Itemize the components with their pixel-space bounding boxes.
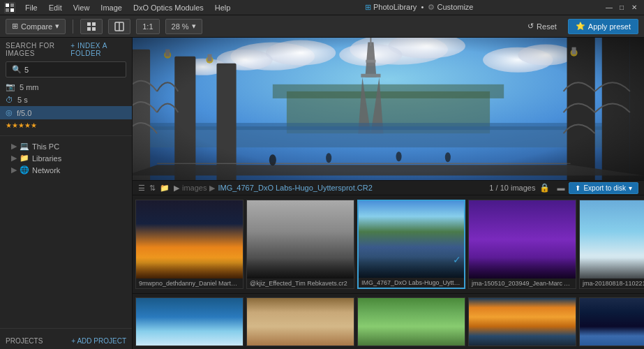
thumb-img-2 bbox=[247, 200, 354, 279]
zoom-dropdown-icon: ▾ bbox=[192, 22, 196, 31]
close-button[interactable]: ✕ bbox=[629, 2, 640, 13]
search-header: SEARCH FOR IMAGES + Index a folder bbox=[0, 38, 132, 61]
thumb-img-1 bbox=[136, 200, 243, 279]
preset-icon: ⭐ bbox=[576, 22, 585, 31]
menu-image[interactable]: Image bbox=[96, 2, 126, 13]
menu-bar: File Edit View Image DxO Optics Modules … bbox=[21, 2, 234, 13]
stars-icon: ★★★★★ bbox=[6, 121, 37, 129]
thumbnail-1[interactable]: 9mwpno_dethdanny_Daniel Marto.nef bbox=[135, 200, 244, 289]
library-icon: 📁 bbox=[20, 154, 29, 163]
minimize-button[interactable]: — bbox=[604, 2, 615, 13]
search-icon: 🔍 bbox=[12, 65, 22, 74]
menu-file[interactable]: File bbox=[21, 2, 42, 13]
svg-rect-5 bbox=[87, 22, 91, 26]
thumb-label-5: jma-20180818-110221_(JMA_7768).NEF bbox=[580, 279, 644, 288]
preview-image bbox=[133, 38, 644, 180]
thumbnail-2[interactable]: @kjiz_Effected_Tim Rebkavets.cr2 bbox=[246, 200, 354, 289]
center-content: ☰ ⇅ 📁 ▶ images ▶ IMG_4767_DxO Labs-Hugo_… bbox=[133, 38, 644, 349]
network-icon: 🌐 bbox=[20, 165, 29, 174]
zoom-percent-button[interactable]: 28 % ▾ bbox=[165, 19, 202, 34]
export-icon: ⬆ bbox=[575, 184, 581, 192]
filmstrip-bar: ☰ ⇅ 📁 ▶ images ▶ IMG_4767_DxO Labs-Hugo_… bbox=[133, 180, 644, 195]
filmstrip-count: 1 / 10 images bbox=[489, 184, 535, 192]
svg-rect-1 bbox=[6, 3, 9, 7]
aperture-icon: ◎ bbox=[6, 108, 13, 117]
filmstrip-folder-icon[interactable]: 📁 bbox=[160, 184, 170, 193]
filmstrip-filter-icon[interactable]: ☰ bbox=[138, 184, 145, 193]
breadcrumb-sep: images bbox=[182, 184, 207, 192]
lock-icon: 🔒 bbox=[539, 183, 550, 193]
thumbnail-4[interactable]: jma-150510_203949_Jean-Marc Alexia.NEF bbox=[468, 200, 576, 289]
preview-area bbox=[133, 38, 644, 180]
filmstrip-row1: 9mwpno_dethdanny_Daniel Marto.nef @kjiz_… bbox=[133, 195, 644, 293]
filter-stars[interactable]: ★★★★★ bbox=[0, 119, 132, 131]
compare-button[interactable]: ⊞ Compare ▾ bbox=[6, 19, 66, 34]
index-folder-link[interactable]: + Index a folder bbox=[70, 42, 126, 57]
left-sidebar: SEARCH FOR IMAGES + Index a folder 🔍 📷 5… bbox=[0, 38, 133, 349]
main-toolbar: ⊞ Compare ▾ 1:1 28 % ▾ ↺ ↺ Reset Reset ⭐… bbox=[0, 15, 644, 38]
focal-icon: 📷 bbox=[6, 82, 15, 91]
thumbnail-3[interactable]: + ✓ IMG_4767_DxO Labs-Hugo_Uyttersprot.C… bbox=[357, 200, 465, 289]
zoom-11-button[interactable]: 1:1 bbox=[136, 19, 159, 34]
apply-preset-button[interactable]: ⭐ Apply preset bbox=[568, 19, 638, 34]
expand-icon2: ▶ bbox=[11, 154, 17, 163]
exposure-icon: ⏱ bbox=[6, 96, 13, 104]
thumb-label-4: jma-150510_203949_Jean-Marc Alexia.NEF bbox=[469, 279, 576, 288]
svg-rect-6 bbox=[92, 22, 96, 26]
sidebar-divider bbox=[0, 135, 132, 136]
breadcrumb-arrow: ▶ bbox=[209, 184, 215, 193]
menu-optics[interactable]: DxO Optics Modules bbox=[129, 2, 208, 13]
tree-network[interactable]: ▶ 🌐 Network bbox=[0, 164, 132, 176]
grid-view-button[interactable] bbox=[80, 19, 103, 34]
tree-libraries[interactable]: ▶ 📁 Libraries bbox=[0, 152, 132, 164]
svg-rect-49 bbox=[133, 38, 644, 180]
window-controls: — □ ✕ bbox=[604, 2, 640, 13]
filmstrip-slider[interactable]: ▬ bbox=[557, 184, 564, 192]
filter-aperture[interactable]: ◎ f/5.0 bbox=[0, 106, 132, 119]
thumb-img-5: ⋮ bbox=[580, 200, 644, 279]
menu-view[interactable]: View bbox=[69, 2, 94, 13]
maximize-button[interactable]: □ bbox=[616, 2, 627, 13]
toolbar-separator bbox=[73, 20, 73, 34]
projects-divider bbox=[0, 328, 132, 329]
thumb-img-4 bbox=[469, 200, 576, 279]
svg-rect-7 bbox=[87, 27, 91, 31]
split-view-button[interactable] bbox=[108, 19, 130, 34]
filter-exposure[interactable]: ⏱ 5 s bbox=[0, 94, 132, 106]
thumb-label-2: @kjiz_Effected_Tim Rebkavets.cr2 bbox=[247, 279, 354, 288]
menu-edit[interactable]: Edit bbox=[45, 2, 66, 13]
thumbnail-7[interactable] bbox=[246, 297, 354, 346]
thumb-label-1: 9mwpno_dethdanny_Daniel Marto.nef bbox=[136, 279, 243, 288]
svg-rect-2 bbox=[10, 3, 14, 7]
titlebar-left: File Edit View Image DxO Optics Modules … bbox=[4, 2, 234, 13]
pc-icon: 💻 bbox=[20, 142, 29, 151]
thumbnail-6[interactable] bbox=[135, 297, 244, 346]
search-input-wrap[interactable]: 🔍 bbox=[6, 61, 126, 77]
filmstrip-row2 bbox=[133, 293, 644, 349]
thumb-checkmark-3: ✓ bbox=[453, 254, 461, 265]
filmstrip-sort-icon[interactable]: ⇅ bbox=[149, 184, 156, 193]
compare-dropdown-icon: ▾ bbox=[55, 22, 59, 31]
titlebar: File Edit View Image DxO Optics Modules … bbox=[0, 0, 644, 15]
compare-icon: ⊞ bbox=[12, 22, 18, 31]
breadcrumb-root: ▶ bbox=[174, 184, 179, 193]
breadcrumb-file[interactable]: IMG_4767_DxO Labs-Hugo_Uyttersprot.CR2 bbox=[218, 184, 372, 192]
tree-this-pc[interactable]: ▶ 💻 This PC bbox=[0, 140, 132, 152]
filter-focal-length[interactable]: 📷 5 mm bbox=[0, 80, 132, 94]
reset-button[interactable]: ↺ ↺ Reset Reset bbox=[522, 19, 562, 34]
export-to-disk-button[interactable]: ⬆ Export to disk ▾ bbox=[569, 182, 638, 194]
main-layout: SEARCH FOR IMAGES + Index a folder 🔍 📷 5… bbox=[0, 38, 644, 349]
search-input[interactable] bbox=[24, 66, 120, 74]
menu-help[interactable]: Help bbox=[211, 2, 235, 13]
svg-rect-3 bbox=[6, 8, 9, 12]
add-project-link[interactable]: + Add project bbox=[71, 337, 126, 345]
projects-header: PROJECTS + Add project bbox=[0, 333, 132, 349]
thumbnail-5[interactable]: ⋮ jma-20180818-110221_(JMA_7768).NEF bbox=[579, 200, 644, 289]
thumb-img-3: ✓ bbox=[359, 201, 464, 278]
thumb-label-3: IMG_4767_DxO Labs-Hugo_Uyttersprot.CR2 bbox=[359, 278, 464, 288]
export-dropdown-icon: ▾ bbox=[629, 184, 632, 192]
thumbnail-9[interactable] bbox=[468, 297, 576, 346]
thumbnail-10[interactable] bbox=[579, 297, 644, 346]
reset-icon: ↺ bbox=[527, 22, 534, 31]
thumbnail-8[interactable] bbox=[357, 297, 465, 346]
